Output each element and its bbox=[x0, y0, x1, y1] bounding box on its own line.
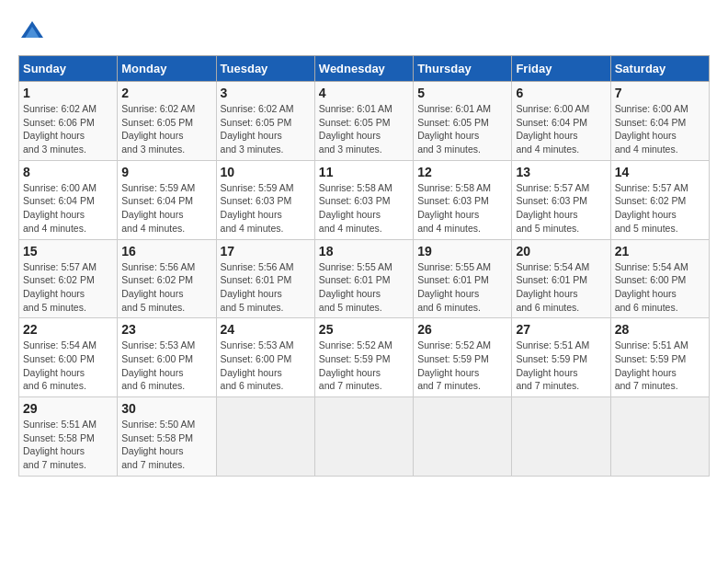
day-info: Sunrise: 5:58 AM Sunset: 6:03 PM Dayligh… bbox=[319, 181, 409, 236]
calendar-cell: 22 Sunrise: 5:54 AM Sunset: 6:00 PM Dayl… bbox=[19, 318, 118, 397]
calendar-cell: 6 Sunrise: 6:00 AM Sunset: 6:04 PM Dayli… bbox=[512, 82, 610, 161]
day-number: 15 bbox=[23, 244, 113, 259]
day-number: 10 bbox=[221, 165, 311, 179]
day-info: Sunrise: 6:02 AM Sunset: 6:06 PM Dayligh… bbox=[23, 102, 113, 156]
calendar-cell: 25 Sunrise: 5:52 AM Sunset: 5:59 PM Dayl… bbox=[314, 318, 413, 397]
calendar-cell: 26 Sunrise: 5:52 AM Sunset: 5:59 PM Dayl… bbox=[414, 318, 512, 397]
day-number: 3 bbox=[221, 86, 311, 100]
col-header-friday: Friday bbox=[512, 56, 610, 82]
calendar-cell: 11 Sunrise: 5:58 AM Sunset: 6:03 PM Dayl… bbox=[314, 160, 413, 239]
calendar-cell: 19 Sunrise: 5:55 AM Sunset: 6:01 PM Dayl… bbox=[414, 239, 512, 318]
day-number: 22 bbox=[23, 322, 113, 337]
calendar-cell: 3 Sunrise: 6:02 AM Sunset: 6:05 PM Dayli… bbox=[216, 82, 314, 161]
calendar-cell: 4 Sunrise: 6:01 AM Sunset: 6:05 PM Dayli… bbox=[314, 82, 413, 161]
day-info: Sunrise: 5:55 AM Sunset: 6:01 PM Dayligh… bbox=[319, 260, 409, 315]
logo-icon bbox=[18, 18, 46, 46]
day-info: Sunrise: 6:00 AM Sunset: 6:04 PM Dayligh… bbox=[516, 102, 606, 156]
calendar-cell: 9 Sunrise: 5:59 AM Sunset: 6:04 PM Dayli… bbox=[118, 160, 216, 239]
week-row-3: 15 Sunrise: 5:57 AM Sunset: 6:02 PM Dayl… bbox=[19, 239, 710, 318]
calendar-cell bbox=[314, 397, 413, 477]
calendar-cell: 23 Sunrise: 5:53 AM Sunset: 6:00 PM Dayl… bbox=[118, 318, 216, 397]
calendar-cell: 13 Sunrise: 5:57 AM Sunset: 6:03 PM Dayl… bbox=[512, 160, 610, 239]
day-info: Sunrise: 5:59 AM Sunset: 6:03 PM Dayligh… bbox=[221, 181, 311, 236]
day-number: 2 bbox=[121, 86, 211, 100]
calendar-cell: 18 Sunrise: 5:55 AM Sunset: 6:01 PM Dayl… bbox=[314, 239, 413, 318]
day-number: 28 bbox=[615, 322, 705, 337]
calendar-cell: 12 Sunrise: 5:58 AM Sunset: 6:03 PM Dayl… bbox=[414, 160, 512, 239]
day-info: Sunrise: 6:02 AM Sunset: 6:05 PM Dayligh… bbox=[121, 102, 211, 156]
page-header bbox=[18, 18, 710, 46]
calendar-cell bbox=[414, 397, 512, 477]
day-info: Sunrise: 5:53 AM Sunset: 6:00 PM Dayligh… bbox=[121, 339, 211, 393]
day-info: Sunrise: 5:54 AM Sunset: 6:01 PM Dayligh… bbox=[516, 260, 606, 315]
day-number: 1 bbox=[23, 86, 113, 100]
calendar-cell: 30 Sunrise: 5:50 AM Sunset: 5:58 PM Dayl… bbox=[118, 397, 216, 477]
calendar-cell bbox=[512, 397, 610, 477]
day-number: 24 bbox=[221, 322, 311, 337]
day-number: 20 bbox=[516, 244, 606, 259]
calendar-cell: 27 Sunrise: 5:51 AM Sunset: 5:59 PM Dayl… bbox=[512, 318, 610, 397]
calendar-cell: 15 Sunrise: 5:57 AM Sunset: 6:02 PM Dayl… bbox=[19, 239, 118, 318]
week-row-4: 22 Sunrise: 5:54 AM Sunset: 6:00 PM Dayl… bbox=[19, 318, 710, 397]
day-number: 18 bbox=[319, 244, 409, 259]
day-number: 11 bbox=[319, 165, 409, 179]
day-number: 14 bbox=[615, 165, 705, 179]
day-number: 7 bbox=[615, 86, 705, 100]
week-row-2: 8 Sunrise: 6:00 AM Sunset: 6:04 PM Dayli… bbox=[19, 160, 710, 239]
day-number: 26 bbox=[417, 322, 507, 337]
calendar-cell: 24 Sunrise: 5:53 AM Sunset: 6:00 PM Dayl… bbox=[216, 318, 314, 397]
day-number: 21 bbox=[615, 244, 705, 259]
day-info: Sunrise: 5:54 AM Sunset: 6:00 PM Dayligh… bbox=[615, 260, 705, 315]
calendar-cell: 1 Sunrise: 6:02 AM Sunset: 6:06 PM Dayli… bbox=[19, 82, 118, 161]
day-info: Sunrise: 5:50 AM Sunset: 5:58 PM Dayligh… bbox=[121, 418, 211, 472]
day-number: 25 bbox=[319, 322, 409, 337]
day-number: 16 bbox=[121, 244, 211, 259]
calendar-cell: 28 Sunrise: 5:51 AM Sunset: 5:59 PM Dayl… bbox=[610, 318, 709, 397]
day-number: 27 bbox=[516, 322, 606, 337]
col-header-monday: Monday bbox=[118, 56, 216, 82]
calendar-cell: 5 Sunrise: 6:01 AM Sunset: 6:05 PM Dayli… bbox=[414, 82, 512, 161]
col-header-saturday: Saturday bbox=[610, 56, 709, 82]
day-number: 13 bbox=[516, 165, 606, 179]
day-info: Sunrise: 5:55 AM Sunset: 6:01 PM Dayligh… bbox=[417, 260, 507, 315]
col-header-tuesday: Tuesday bbox=[216, 56, 314, 82]
day-info: Sunrise: 5:57 AM Sunset: 6:03 PM Dayligh… bbox=[516, 181, 606, 236]
calendar-cell: 20 Sunrise: 5:54 AM Sunset: 6:01 PM Dayl… bbox=[512, 239, 610, 318]
week-row-1: 1 Sunrise: 6:02 AM Sunset: 6:06 PM Dayli… bbox=[19, 82, 710, 161]
calendar-cell: 29 Sunrise: 5:51 AM Sunset: 5:58 PM Dayl… bbox=[19, 397, 118, 477]
day-number: 12 bbox=[417, 165, 507, 179]
day-info: Sunrise: 5:57 AM Sunset: 6:02 PM Dayligh… bbox=[615, 181, 705, 236]
day-info: Sunrise: 5:51 AM Sunset: 5:59 PM Dayligh… bbox=[516, 339, 606, 393]
col-header-wednesday: Wednesday bbox=[314, 56, 413, 82]
day-info: Sunrise: 6:00 AM Sunset: 6:04 PM Dayligh… bbox=[615, 102, 705, 156]
day-number: 6 bbox=[516, 86, 606, 100]
calendar-table: SundayMondayTuesdayWednesdayThursdayFrid… bbox=[18, 55, 710, 477]
logo bbox=[18, 18, 48, 46]
calendar-cell: 7 Sunrise: 6:00 AM Sunset: 6:04 PM Dayli… bbox=[610, 82, 709, 161]
day-info: Sunrise: 5:51 AM Sunset: 5:58 PM Dayligh… bbox=[23, 418, 113, 472]
day-info: Sunrise: 5:57 AM Sunset: 6:02 PM Dayligh… bbox=[23, 260, 113, 315]
day-info: Sunrise: 5:52 AM Sunset: 5:59 PM Dayligh… bbox=[319, 339, 409, 393]
day-number: 8 bbox=[23, 165, 113, 179]
day-info: Sunrise: 5:59 AM Sunset: 6:04 PM Dayligh… bbox=[121, 181, 211, 236]
day-info: Sunrise: 6:01 AM Sunset: 6:05 PM Dayligh… bbox=[319, 102, 409, 156]
calendar-cell bbox=[610, 397, 709, 477]
calendar-cell: 16 Sunrise: 5:56 AM Sunset: 6:02 PM Dayl… bbox=[118, 239, 216, 318]
col-header-thursday: Thursday bbox=[414, 56, 512, 82]
calendar-cell: 2 Sunrise: 6:02 AM Sunset: 6:05 PM Dayli… bbox=[118, 82, 216, 161]
calendar-cell: 10 Sunrise: 5:59 AM Sunset: 6:03 PM Dayl… bbox=[216, 160, 314, 239]
day-info: Sunrise: 5:56 AM Sunset: 6:02 PM Dayligh… bbox=[121, 260, 211, 315]
day-info: Sunrise: 5:51 AM Sunset: 5:59 PM Dayligh… bbox=[615, 339, 705, 393]
day-info: Sunrise: 6:01 AM Sunset: 6:05 PM Dayligh… bbox=[417, 102, 507, 156]
calendar-cell: 14 Sunrise: 5:57 AM Sunset: 6:02 PM Dayl… bbox=[610, 160, 709, 239]
day-info: Sunrise: 5:54 AM Sunset: 6:00 PM Dayligh… bbox=[23, 339, 113, 393]
col-header-sunday: Sunday bbox=[19, 56, 118, 82]
calendar-cell: 8 Sunrise: 6:00 AM Sunset: 6:04 PM Dayli… bbox=[19, 160, 118, 239]
day-number: 30 bbox=[121, 401, 211, 416]
day-info: Sunrise: 6:02 AM Sunset: 6:05 PM Dayligh… bbox=[221, 102, 311, 156]
day-number: 4 bbox=[319, 86, 409, 100]
day-number: 5 bbox=[417, 86, 507, 100]
day-number: 23 bbox=[121, 322, 211, 337]
day-info: Sunrise: 6:00 AM Sunset: 6:04 PM Dayligh… bbox=[23, 181, 113, 236]
day-info: Sunrise: 5:52 AM Sunset: 5:59 PM Dayligh… bbox=[417, 339, 507, 393]
